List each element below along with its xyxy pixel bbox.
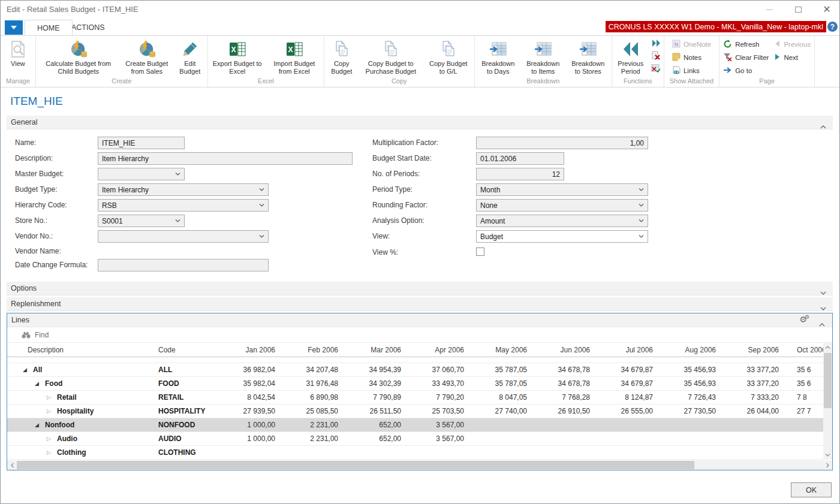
tree-toggle-icon[interactable]: ▷ xyxy=(47,394,57,400)
col-jun[interactable]: Jun 2006 xyxy=(538,346,601,354)
go-to-button[interactable]: Go to xyxy=(721,65,770,77)
double-arrow-right-icon xyxy=(651,39,661,50)
col-jul[interactable]: Jul 2006 xyxy=(601,346,664,354)
tree-toggle-icon[interactable]: ◢ xyxy=(35,381,45,387)
line-description: Hospitality xyxy=(57,407,94,415)
onenote-button[interactable]: N OneNote xyxy=(670,38,713,50)
links-button[interactable]: Links xyxy=(670,65,713,77)
tree-toggle-icon[interactable]: ▷ xyxy=(47,449,57,455)
hierarchy-code-select[interactable]: RSB xyxy=(98,199,269,212)
calculate-budget-from-child-budgets-button[interactable]: Calculate Budget from Child Budgets xyxy=(38,37,119,77)
col-sep[interactable]: Sep 2006 xyxy=(727,346,790,354)
table-row[interactable]: ▷ Clothing CLOTHING xyxy=(7,446,832,460)
chevron-up-icon[interactable] xyxy=(819,318,825,329)
table-row[interactable]: ◢ Nonfood NONFOOD 1 000,00 2 231,00 652,… xyxy=(7,418,832,432)
customize-gears-icon[interactable]: ⚙⚙ xyxy=(799,315,812,324)
vertical-scroll-thumb[interactable] xyxy=(824,353,832,408)
chevron-up-icon[interactable] xyxy=(820,120,826,131)
date-change-formula-field[interactable] xyxy=(98,259,269,271)
horizontal-scrollbar[interactable] xyxy=(7,460,832,470)
refresh-button[interactable]: Refresh xyxy=(721,38,770,50)
breakdown-to-items-button[interactable]: Breakdown to Items xyxy=(522,37,565,77)
grid-filter-spacer xyxy=(7,357,832,363)
tree-toggle-icon[interactable]: ◢ xyxy=(35,422,45,428)
view-pct-checkbox[interactable] xyxy=(476,248,484,256)
breakdown-to-stores-button[interactable]: Breakdown to Stores xyxy=(567,37,610,77)
view-button[interactable]: View xyxy=(8,37,28,69)
chevron-down-icon xyxy=(259,235,264,238)
chevron-down-icon[interactable] xyxy=(820,302,826,313)
table-row[interactable]: ▷ Hospitality HOSPITALITY 27 939,50 25 0… xyxy=(7,405,832,418)
multiplication-factor-field[interactable]: 1,00 xyxy=(476,137,648,149)
table-row[interactable]: ◢ All ALL 36 982,04 34 207,48 34 954,39 … xyxy=(7,363,832,377)
chevron-down-icon[interactable] xyxy=(820,286,826,297)
replenishment-section-header[interactable]: Replenishment xyxy=(7,297,833,311)
tab-home[interactable]: HOME xyxy=(25,20,73,35)
name-field[interactable]: ITEM_HIE xyxy=(98,137,185,149)
close-button[interactable]: ✕ xyxy=(820,3,833,16)
minimize-button[interactable] xyxy=(763,3,776,16)
table-row[interactable]: ◢ Food FOOD 35 982,04 31 976,48 34 302,3… xyxy=(7,377,832,391)
create-budget-from-sales-button[interactable]: Create Budget from Sales xyxy=(121,37,173,77)
next-record-button[interactable]: Next xyxy=(772,52,812,64)
vendor-name-label: Vendor Name: xyxy=(15,245,61,258)
description-field[interactable]: Item Hierarchy xyxy=(98,152,353,165)
col-may[interactable]: May 2006 xyxy=(475,346,538,354)
rounding-factor-select[interactable]: None xyxy=(476,199,648,212)
delete-budget-entries-button[interactable] xyxy=(650,51,662,62)
scroll-right-icon[interactable] xyxy=(823,460,832,470)
copy-budget-button[interactable]: Copy Budget xyxy=(326,37,357,77)
help-icon[interactable]: ? xyxy=(827,22,838,32)
app-menu-button[interactable] xyxy=(5,20,23,35)
tree-toggle-icon[interactable]: ▷ xyxy=(47,408,57,414)
table-row[interactable]: ▷ Retail RETAIL 8 042,54 6 890,98 7 790,… xyxy=(7,391,832,405)
analysis-option-label: Analysis Option: xyxy=(372,215,424,227)
col-apr[interactable]: Apr 2006 xyxy=(412,346,475,354)
general-section-header[interactable]: General xyxy=(7,116,833,129)
copy-budget-to-purchase-budget-button[interactable]: Copy Budget to Purchase Budget xyxy=(359,37,423,77)
clear-filter-button[interactable]: Clear Filter xyxy=(721,52,770,64)
export-budget-to-excel-button[interactable]: X Export Budget to Excel xyxy=(210,37,265,77)
maximize-button[interactable] xyxy=(791,3,805,16)
lines-section-header[interactable]: Lines ⚙⚙ xyxy=(7,313,832,327)
scroll-down-icon[interactable] xyxy=(823,451,832,460)
budget-type-select[interactable]: Item Hierarchy xyxy=(98,183,269,196)
ribbon: View Manage Calculate Budget from Child … xyxy=(1,35,839,87)
col-feb[interactable]: Feb 2006 xyxy=(286,346,349,354)
ok-button[interactable]: OK xyxy=(791,482,832,497)
col-mar[interactable]: Mar 2006 xyxy=(349,346,412,354)
table-row[interactable]: ▷ Audio AUDIO 1 000,00 2 231,00 652,00 3… xyxy=(7,432,832,446)
col-code[interactable]: Code xyxy=(151,346,223,354)
breakdown-to-days-button[interactable]: Breakdown to Days xyxy=(477,37,520,77)
find-button[interactable]: Find xyxy=(35,331,49,339)
options-section-header[interactable]: Options xyxy=(7,282,833,295)
vendor-no-select[interactable] xyxy=(98,230,269,243)
scroll-up-icon[interactable] xyxy=(823,343,832,352)
line-value: 31 976,48 xyxy=(286,379,349,388)
line-value: 26 511,50 xyxy=(349,407,412,415)
edit-budget-button[interactable]: Edit Budget xyxy=(174,37,206,77)
col-description[interactable]: Description xyxy=(7,346,151,354)
no-of-periods-field[interactable]: 12 xyxy=(476,168,564,180)
view-select[interactable]: Budget xyxy=(476,230,648,243)
next-period-button[interactable] xyxy=(650,38,662,50)
allocate-calendar-button[interactable] xyxy=(650,64,662,75)
vertical-scrollbar[interactable] xyxy=(823,343,832,460)
budget-start-date-field[interactable]: 01.01.2006 xyxy=(476,152,564,165)
previous-period-button[interactable]: Previous Period xyxy=(614,37,648,77)
previous-record-button[interactable]: Previous xyxy=(772,38,812,50)
import-budget-from-excel-button[interactable]: X Import Budget from Excel xyxy=(267,37,322,77)
master-budget-select[interactable] xyxy=(98,168,185,180)
analysis-option-select[interactable]: Amount xyxy=(476,215,648,227)
notes-button[interactable]: Notes xyxy=(670,52,713,64)
tree-toggle-icon[interactable]: ◢ xyxy=(23,367,33,373)
scroll-left-icon[interactable] xyxy=(7,460,17,470)
line-value: 1 000,00 xyxy=(223,421,286,429)
tree-toggle-icon[interactable]: ▷ xyxy=(47,436,57,442)
copy-budget-to-gl-button[interactable]: Copy Budget to G/L xyxy=(424,37,472,77)
col-aug[interactable]: Aug 2006 xyxy=(664,346,727,354)
col-jan[interactable]: Jan 2006 xyxy=(223,346,286,354)
period-type-select[interactable]: Month xyxy=(476,183,648,196)
store-no-select[interactable]: S0001 xyxy=(98,215,185,227)
horizontal-scroll-thumb[interactable] xyxy=(17,461,694,469)
